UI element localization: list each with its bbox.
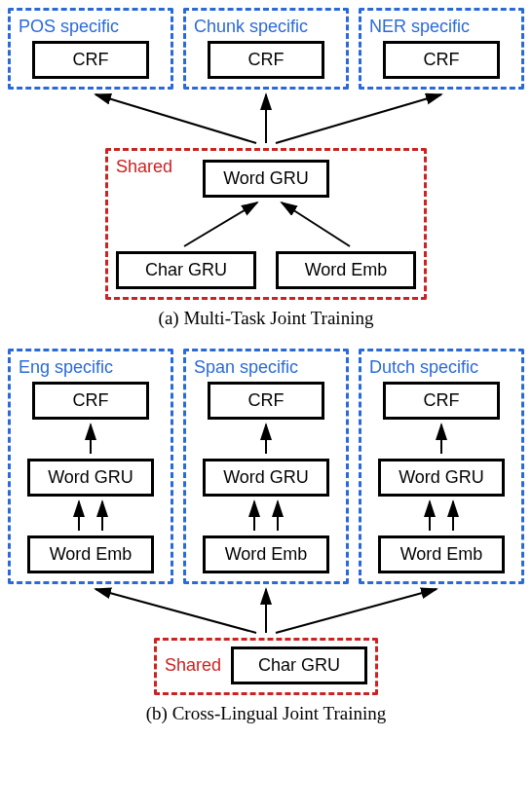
crf-block: CRF — [383, 41, 500, 79]
fig-a-shared-wrap: Shared Word GRU Char GRU Word Emb — [8, 148, 524, 300]
group-label: NER specific — [369, 17, 470, 37]
char-gru-block: Char GRU — [231, 646, 367, 684]
figure-a: POS specific CRF Chunk specific CRF NER … — [8, 8, 524, 329]
group-label: Dutch specific — [369, 357, 478, 378]
word-emb-block: Word Emb — [378, 535, 505, 573]
caption-b: (b) Cross-Lingual Joint Training — [8, 703, 524, 724]
group-chunk-specific: Chunk specific CRF — [183, 8, 349, 90]
word-emb-block: Word Emb — [27, 535, 154, 573]
group-eng-specific: Eng specific CRF Word GRU Word Emb — [8, 349, 173, 584]
word-gru-block: Word GRU — [27, 459, 154, 497]
char-gru-block: Char GRU — [116, 251, 256, 289]
word-emb-block: Word Emb — [276, 251, 416, 289]
group-pos-specific: POS specific CRF — [8, 8, 173, 90]
group-dutch-specific: Dutch specific CRF Word GRU Word Emb — [359, 349, 524, 584]
group-ner-specific: NER specific CRF — [359, 8, 524, 90]
group-label: Chunk specific — [194, 17, 308, 37]
arrows-b — [8, 584, 524, 638]
svg-line-3 — [184, 203, 257, 246]
word-gru-block: Word GRU — [378, 459, 505, 497]
group-shared-b: Shared Char GRU — [154, 638, 378, 695]
svg-line-16 — [276, 589, 437, 633]
crf-block: CRF — [32, 382, 149, 420]
word-gru-block: Word GRU — [203, 160, 329, 198]
group-span-specific: Span specific CRF Word GRU Word Emb — [183, 349, 349, 584]
group-label: POS specific — [19, 17, 119, 37]
group-label: Eng specific — [19, 357, 113, 378]
crf-block: CRF — [383, 382, 500, 420]
fig-b-columns: Eng specific CRF Word GRU Word Emb Span … — [8, 349, 524, 584]
arrow-up-icon — [247, 420, 285, 459]
figure-b: Eng specific CRF Word GRU Word Emb Span … — [8, 349, 524, 724]
group-label: Shared — [165, 655, 221, 676]
arrow-up-icon — [422, 420, 461, 459]
arrow-pair-icon — [237, 497, 295, 535]
word-emb-block: Word Emb — [203, 535, 329, 573]
fig-b-shared-wrap: Shared Char GRU — [8, 638, 524, 695]
fig-a-top-row: POS specific CRF Chunk specific CRF NER … — [8, 8, 524, 90]
arrow-pair-icon — [61, 497, 120, 535]
group-label: Span specific — [194, 357, 298, 378]
caption-a: (a) Multi-Task Joint Training — [8, 308, 524, 329]
arrows-a-bottom — [116, 198, 418, 251]
crf-block: CRF — [208, 41, 324, 79]
crf-block: CRF — [208, 382, 324, 420]
crf-block: CRF — [32, 41, 149, 79]
arrows-a-top — [8, 90, 524, 148]
svg-line-2 — [276, 94, 441, 143]
svg-line-14 — [95, 589, 256, 633]
word-gru-block: Word GRU — [203, 459, 329, 497]
svg-line-4 — [282, 203, 350, 246]
arrow-up-icon — [71, 420, 110, 459]
svg-line-0 — [95, 94, 256, 143]
group-shared-a: Shared Word GRU Char GRU Word Emb — [105, 148, 427, 300]
arrow-pair-icon — [412, 497, 471, 535]
